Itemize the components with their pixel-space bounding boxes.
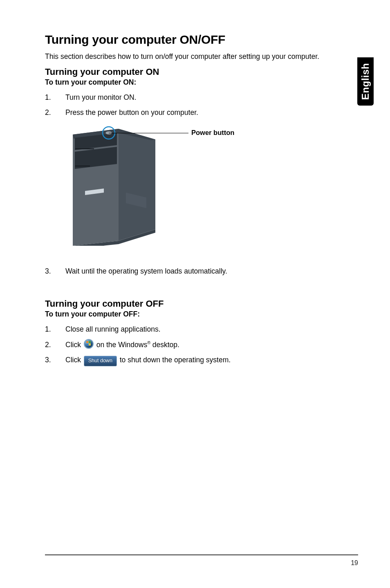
windows-start-orb-icon: [84, 339, 94, 349]
svg-rect-10: [75, 148, 94, 149]
page-number: 19: [45, 559, 358, 567]
registered-mark: ®: [147, 340, 150, 345]
page-footer: 19: [45, 554, 358, 567]
step-text-pre: Click: [65, 341, 83, 349]
svg-rect-11: [75, 166, 90, 166]
off-subheading: To turn your computer OFF:: [45, 310, 349, 319]
list-item: 2. Press the power button on your comput…: [45, 108, 349, 118]
callout-leader-line: [109, 133, 188, 133]
shut-down-button-image: Shut down: [84, 356, 117, 367]
step-text: Click on the Windows® desktop.: [65, 339, 349, 350]
intro-text: This section describes how to turn on/of…: [45, 52, 349, 61]
step-text-post: to shut down the operating system.: [118, 356, 231, 364]
step-text-suffix: desktop.: [150, 341, 179, 349]
on-subheading: To turn your computer ON:: [45, 78, 349, 87]
on-steps-3: 3. Wait until the operating system loads…: [45, 266, 349, 276]
step-text: Click Shut down to shut down the operati…: [65, 355, 349, 367]
step-number: 1.: [45, 325, 65, 334]
list-item: 3. Wait until the operating system loads…: [45, 266, 349, 276]
step-text: Wait until the operating system loads au…: [65, 266, 349, 276]
step-number: 3.: [45, 356, 65, 364]
off-steps: 1. Close all running applications. 2. Cl…: [45, 324, 349, 367]
step-text-post: on the Windows: [94, 341, 147, 349]
computer-tower-image: [69, 123, 164, 246]
list-item: 1. Turn your monitor ON.: [45, 92, 349, 103]
footer-rule: [45, 554, 358, 555]
step-number: 1.: [45, 93, 65, 102]
step-text: Turn your monitor ON.: [65, 92, 349, 103]
page-title: Turning your computer ON/OFF: [45, 33, 349, 47]
step-number: 2.: [45, 108, 65, 117]
svg-marker-1: [119, 129, 155, 241]
on-steps-1-2: 1. Turn your monitor ON. 2. Press the po…: [45, 92, 349, 117]
step-number: 2.: [45, 341, 65, 349]
on-heading: Turning your computer ON: [45, 67, 349, 77]
off-heading: Turning your computer OFF: [45, 298, 349, 309]
step-number: 3.: [45, 267, 65, 276]
step-text: Close all running applications.: [65, 324, 349, 334]
list-item: 2. Click on the Windows® desktop.: [45, 339, 349, 350]
step-text: Press the power button on your computer.: [65, 108, 349, 118]
list-item: 3. Click Shut down to shut down the oper…: [45, 355, 349, 367]
step-text-pre: Click: [65, 356, 83, 364]
list-item: 1. Close all running applications.: [45, 324, 349, 334]
computer-tower-figure: Power button: [69, 123, 241, 254]
language-tab: English: [357, 57, 374, 105]
power-button-label: Power button: [191, 129, 234, 137]
